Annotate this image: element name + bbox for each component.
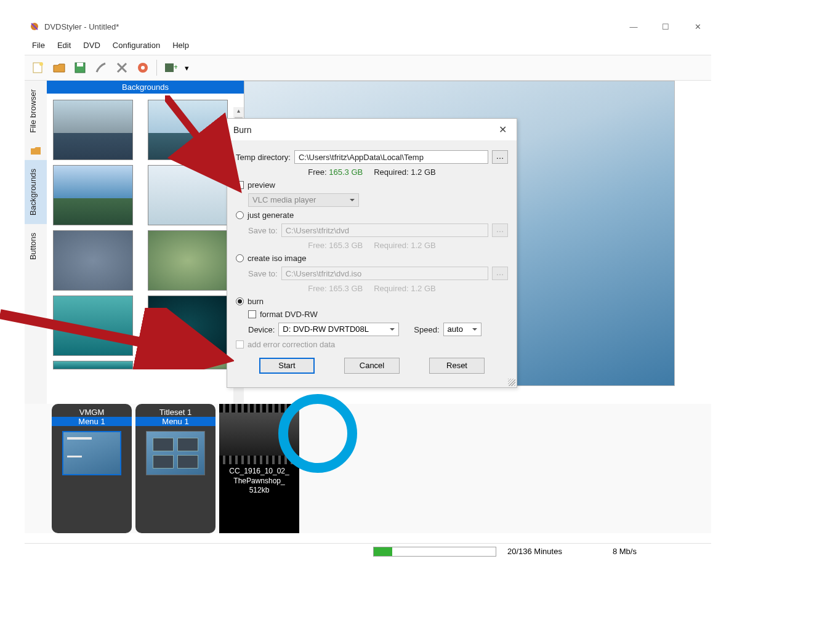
iso-req: Required: 1.2 GB xyxy=(374,284,435,293)
temp-dir-browse-button[interactable]: … xyxy=(492,150,508,164)
menu-dvd[interactable]: DVD xyxy=(77,38,106,52)
svg-rect-4 xyxy=(77,63,83,66)
save-iso-input xyxy=(281,267,488,280)
capacity-fill xyxy=(374,547,392,556)
titleset-card-1[interactable]: Titleset 1 Menu 1 xyxy=(135,404,216,533)
tab-buttons[interactable]: Buttons xyxy=(25,224,47,268)
dialog-close-button[interactable]: ✕ xyxy=(495,124,510,135)
clip-label: CC_1916_10_02_ ThePawnshop_ 512kb xyxy=(219,464,299,498)
toolbar-new-button[interactable] xyxy=(28,58,48,78)
bg-thumb[interactable] xyxy=(53,165,133,225)
timeline: VMGM Menu 1 Titleset 1 Menu 1 CC_1916_10… xyxy=(25,404,711,533)
bg-thumb[interactable] xyxy=(148,230,228,291)
save-to-label: Save to: xyxy=(248,269,278,278)
free-value: 165.3 GB xyxy=(329,167,363,177)
toolbar-add-clip-button[interactable]: + xyxy=(161,58,180,78)
toolbar: + ▾ xyxy=(25,55,711,81)
annotation-arrow xyxy=(0,308,234,369)
svg-rect-7 xyxy=(165,63,174,72)
menu-edit[interactable]: Edit xyxy=(51,38,77,52)
capacity-bar xyxy=(373,547,496,557)
toolbar-dropdown-button[interactable]: ▾ xyxy=(182,58,191,78)
bg-thumb[interactable] xyxy=(53,230,133,291)
temp-dir-input[interactable] xyxy=(294,150,488,164)
titlebar: DVDStyler - Untitled* — ☐ ✕ xyxy=(25,17,711,36)
iso-free: Free: 165.3 GB xyxy=(308,284,363,293)
speed-select[interactable]: auto xyxy=(443,323,481,336)
tab-file-browser[interactable]: File browser xyxy=(25,81,47,142)
menu-thumb xyxy=(146,431,205,475)
close-button[interactable]: ✕ xyxy=(689,22,706,31)
format-checkbox[interactable] xyxy=(248,310,256,318)
preview-label: preview xyxy=(248,180,275,190)
required-label: Required: xyxy=(374,167,408,177)
annotation-circle xyxy=(278,394,357,473)
window-title: DVDStyler - Untitled* xyxy=(44,22,625,31)
ecc-checkbox xyxy=(236,340,244,348)
toolbar-tools-button[interactable] xyxy=(112,58,132,78)
svg-line-10 xyxy=(0,314,216,357)
resize-grip[interactable] xyxy=(508,379,515,386)
burn-label: burn xyxy=(248,297,264,306)
maximize-button[interactable]: ☐ xyxy=(657,22,674,31)
save-dvd-input xyxy=(281,223,488,237)
gen-free: Free: 165.3 GB xyxy=(308,241,363,250)
menu-help[interactable]: Help xyxy=(166,38,195,52)
status-minutes: 20/136 Minutes xyxy=(507,547,562,556)
toolbar-burn-button[interactable] xyxy=(133,58,153,78)
tab-folder-icon[interactable] xyxy=(25,142,47,160)
app-icon xyxy=(30,22,39,31)
start-button[interactable]: Start xyxy=(259,358,315,374)
create-iso-radio[interactable] xyxy=(236,254,244,262)
menu-label: Menu 1 xyxy=(135,417,216,426)
create-iso-label: create iso image xyxy=(248,254,306,263)
toolbar-open-button[interactable] xyxy=(49,58,69,78)
just-generate-radio[interactable] xyxy=(236,211,244,219)
menubar: File Edit DVD Configuration Help xyxy=(25,36,711,55)
save-dvd-browse-button: … xyxy=(492,223,508,237)
toolbar-save-button[interactable] xyxy=(70,58,90,78)
menu-file[interactable]: File xyxy=(26,38,51,52)
titleset-label: VMGM xyxy=(52,408,132,417)
burn-radio[interactable] xyxy=(236,297,244,305)
free-label: Free: xyxy=(308,167,326,177)
toolbar-brush-button[interactable] xyxy=(91,58,111,78)
save-iso-browse-button: … xyxy=(492,267,508,280)
gen-req: Required: 1.2 GB xyxy=(374,241,435,250)
save-to-label: Save to: xyxy=(248,226,278,235)
svg-point-2 xyxy=(39,62,43,66)
menu-configuration[interactable]: Configuration xyxy=(107,38,166,52)
just-generate-label: just generate xyxy=(248,211,294,220)
toolbar-separator xyxy=(156,60,157,76)
bg-thumb[interactable] xyxy=(53,100,133,160)
svg-line-9 xyxy=(165,95,233,182)
titleset-label: Titleset 1 xyxy=(135,408,216,417)
backgrounds-header: Backgrounds xyxy=(47,81,244,94)
menu-label: Menu 1 xyxy=(52,417,132,426)
annotation-arrow xyxy=(165,95,251,200)
dialog-titlebar: Burn ✕ xyxy=(227,119,517,140)
minimize-button[interactable]: — xyxy=(625,22,642,31)
cancel-button[interactable]: Cancel xyxy=(344,358,400,374)
statusbar: 20/136 Minutes 8 Mb/s xyxy=(25,543,711,559)
status-bitrate: 8 Mb/s xyxy=(613,547,637,556)
ecc-label: add error correction data xyxy=(248,340,335,349)
player-select: VLC media player xyxy=(248,193,359,207)
dialog-title: Burn xyxy=(233,125,495,135)
menu-thumb xyxy=(62,431,121,475)
burn-dialog: Burn ✕ Temp directory: … Free: 165.3 GB … xyxy=(227,118,517,388)
tab-backgrounds[interactable]: Backgrounds xyxy=(25,160,47,224)
device-select[interactable]: D: DVD-RW DVRTD08L xyxy=(278,323,399,336)
speed-label: Speed: xyxy=(414,325,439,334)
format-label: format DVD-RW xyxy=(260,310,318,319)
device-label: Device: xyxy=(248,325,275,334)
required-value: 1.2 GB xyxy=(411,167,435,177)
svg-text:+: + xyxy=(174,62,177,71)
svg-point-6 xyxy=(141,66,145,70)
reset-button[interactable]: Reset xyxy=(429,358,485,374)
titleset-card-vmgm[interactable]: VMGM Menu 1 xyxy=(52,404,132,533)
